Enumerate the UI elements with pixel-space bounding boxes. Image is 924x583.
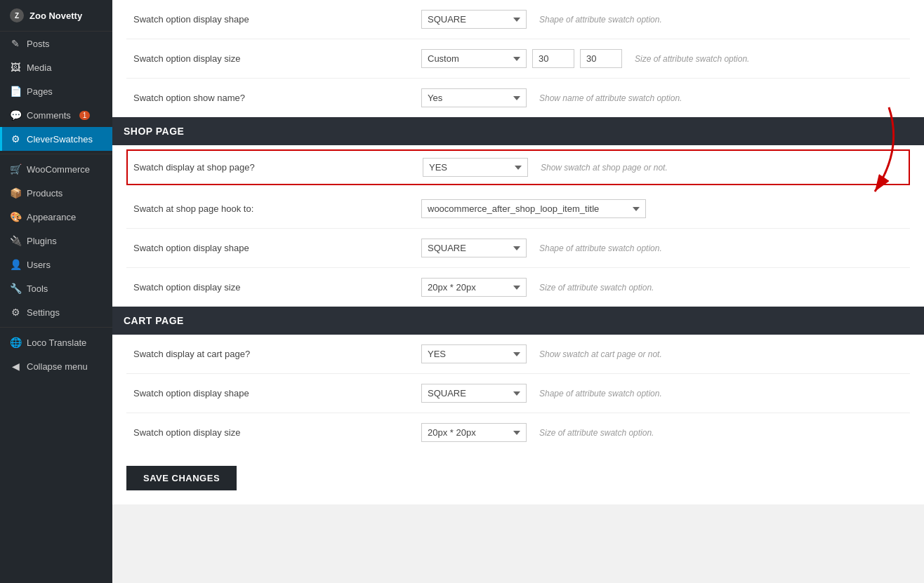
posts-icon: ✎ (10, 38, 21, 49)
sidebar-item-label: Appearance (27, 212, 76, 222)
row-cart-display: Swatch display at cart page? YES NO Show… (126, 335, 910, 374)
sidebar-item-media[interactable]: 🖼 Media (0, 55, 112, 79)
loco-icon: 🌐 (10, 337, 21, 348)
cart-section-content: Swatch display at cart page? YES NO Show… (126, 335, 910, 452)
top-section: Swatch option display shape SQUARE CIRCL… (126, 0, 910, 117)
comments-icon: 💬 (10, 109, 21, 121)
tools-icon: 🔧 (10, 283, 21, 294)
select-shop-display[interactable]: YES NO (423, 158, 528, 177)
row-control-shop-size: 20px * 20px Custom Small Medium Large Si… (421, 278, 910, 297)
row-control-cart-display: YES NO Show swatch at cart page or not. (421, 344, 910, 363)
row-cart-size: Swatch option display size 20px * 20px C… (126, 413, 910, 452)
sidebar-item-collapse[interactable]: ◀ Collapse menu (0, 354, 112, 378)
row-control-top-size: Custom Small Medium Large Size of attrib… (421, 49, 910, 68)
input-top-size-width[interactable] (532, 49, 574, 68)
brand-icon: Z (10, 8, 24, 22)
row-control-shop-shape: SQUARE CIRCLE ROUNDED Shape of attribute… (421, 239, 910, 257)
hint-shop-shape: Shape of attribute swatch option. (539, 243, 662, 253)
sidebar-item-cleverswatches[interactable]: ⚙ CleverSwatches (0, 127, 112, 151)
row-control-shop-hook: woocommerce_after_shop_loop_item_title w… (421, 199, 910, 218)
hint-shop-display: Show swatch at shop page or not. (541, 163, 668, 173)
sidebar-item-label: Comments (27, 110, 71, 121)
sidebar-item-appearance[interactable]: 🎨 Appearance (0, 205, 112, 229)
sidebar-item-comments[interactable]: 💬 Comments 1 (0, 103, 112, 127)
row-label-cart-shape: Swatch option display shape (126, 388, 421, 398)
row-label-shop-size: Swatch option display size (126, 282, 421, 293)
shop-section-content: Swatch display at shop page? YES NO Show… (126, 149, 910, 307)
select-cart-shape[interactable]: SQUARE CIRCLE ROUNDED (421, 384, 527, 403)
row-label-shop-hook: Swatch at shop page hook to: (126, 203, 421, 214)
select-cart-display[interactable]: YES NO (421, 344, 527, 363)
sidebar-divider (0, 154, 112, 154)
hint-top-size: Size of attribute swatch option. (635, 54, 749, 64)
row-control-top-showname: Yes No Show name of attribute swatch opt… (421, 88, 910, 107)
hint-cart-size: Size of attribute swatch option. (539, 428, 654, 438)
comments-badge: 1 (79, 111, 91, 120)
select-top-size[interactable]: Custom Small Medium Large (421, 49, 527, 68)
sidebar-item-label: Tools (27, 283, 48, 294)
media-icon: 🖼 (10, 62, 21, 73)
sidebar-item-label: Loco Translate (27, 337, 86, 348)
row-top-size: Swatch option display size Custom Small … (126, 39, 910, 79)
sidebar-item-settings[interactable]: ⚙ Settings (0, 300, 112, 324)
sidebar-item-label: Media (27, 62, 51, 73)
row-label-shop-shape: Swatch option display shape (126, 243, 421, 253)
users-icon: 👤 (10, 259, 21, 270)
appearance-icon: 🎨 (10, 211, 21, 222)
row-shop-display: Swatch display at shop page? YES NO Show… (126, 149, 910, 185)
sidebar-item-label: Plugins (27, 236, 57, 246)
row-control-shop-display: YES NO Show swatch at shop page or not. (423, 158, 909, 177)
sidebar-item-label: Settings (27, 307, 60, 318)
row-control-cart-shape: SQUARE CIRCLE ROUNDED Shape of attribute… (421, 384, 910, 403)
input-top-size-height[interactable] (580, 49, 622, 68)
sidebar-item-label: WooCommerce (27, 164, 90, 175)
sidebar: Z Zoo Novetty ✎ Posts 🖼 Media 📄 Pages 💬 … (0, 0, 112, 583)
brand-label: Zoo Novetty (29, 11, 82, 21)
hint-cart-display: Show swatch at cart page or not. (539, 349, 662, 359)
pages-icon: 📄 (10, 86, 21, 97)
sidebar-item-plugins[interactable]: 🔌 Plugins (0, 229, 112, 253)
hint-shop-size: Size of attribute swatch option. (539, 283, 654, 293)
shop-page-header: SHOP PAGE (112, 117, 924, 145)
sidebar-item-woocommerce[interactable]: 🛒 WooCommerce (0, 157, 112, 181)
sidebar-item-label: Posts (27, 39, 50, 49)
sidebar-item-tools[interactable]: 🔧 Tools (0, 276, 112, 300)
sidebar-item-label: Pages (27, 86, 53, 97)
sidebar-item-products[interactable]: 📦 Products (0, 181, 112, 205)
row-control-cart-size: 20px * 20px Custom Small Medium Large Si… (421, 423, 910, 442)
row-label-cart-size: Swatch option display size (126, 427, 421, 438)
select-top-showname[interactable]: Yes No (421, 88, 527, 107)
hint-cart-shape: Shape of attribute swatch option. (539, 389, 662, 398)
sidebar-item-posts[interactable]: ✎ Posts (0, 32, 112, 55)
row-shop-size: Swatch option display size 20px * 20px C… (126, 268, 910, 307)
select-cart-size[interactable]: 20px * 20px Custom Small Medium Large (421, 423, 527, 442)
collapse-icon: ◀ (10, 361, 21, 372)
sidebar-item-label: Users (27, 260, 51, 270)
cleverswatches-icon: ⚙ (10, 133, 21, 145)
sidebar-item-label: Collapse menu (27, 361, 88, 372)
sidebar-item-pages[interactable]: 📄 Pages (0, 79, 112, 103)
sidebar-item-label: Products (27, 188, 62, 199)
row-label-top-showname: Swatch option show name? (126, 93, 421, 103)
sidebar-item-loco[interactable]: 🌐 Loco Translate (0, 330, 112, 354)
save-changes-button[interactable]: SAVE CHANGES (126, 466, 237, 490)
row-label-top-size: Swatch option display size (126, 53, 421, 64)
row-label-shop-display: Swatch display at shop page? (128, 162, 423, 173)
sidebar-brand: Z Zoo Novetty (0, 0, 112, 32)
row-label-cart-display: Swatch display at cart page? (126, 349, 421, 359)
products-icon: 📦 (10, 187, 21, 199)
select-shop-size[interactable]: 20px * 20px Custom Small Medium Large (421, 278, 527, 297)
select-shop-hook[interactable]: woocommerce_after_shop_loop_item_title w… (421, 199, 646, 218)
row-control-top-shape: SQUARE CIRCLE ROUNDED Shape of attribute… (421, 10, 910, 29)
select-top-shape[interactable]: SQUARE CIRCLE ROUNDED (421, 10, 527, 29)
row-top-showname: Swatch option show name? Yes No Show nam… (126, 79, 910, 117)
hint-top-showname: Show name of attribute swatch option. (539, 93, 682, 103)
select-shop-shape[interactable]: SQUARE CIRCLE ROUNDED (421, 239, 527, 257)
settings-icon: ⚙ (10, 307, 21, 318)
hint-top-shape: Shape of attribute swatch option. (539, 15, 662, 25)
main-content: Swatch option display shape SQUARE CIRCL… (112, 0, 924, 583)
row-label-top-shape: Swatch option display shape (126, 14, 421, 25)
sidebar-divider-2 (0, 327, 112, 328)
row-cart-shape: Swatch option display shape SQUARE CIRCL… (126, 374, 910, 413)
sidebar-item-users[interactable]: 👤 Users (0, 253, 112, 276)
